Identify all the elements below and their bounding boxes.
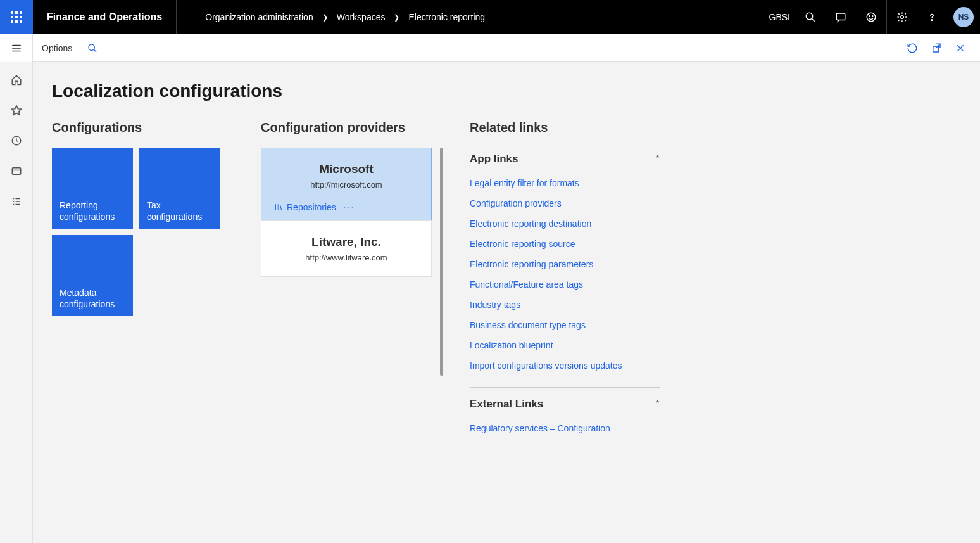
recent-icon[interactable]: [6, 131, 27, 151]
link-item[interactable]: Industry tags: [470, 295, 660, 315]
provider-title: Microsoft: [274, 162, 418, 176]
related-links-section: Related links App links ˄ Legal entity f…: [470, 120, 660, 456]
provider-card-litware[interactable]: Litware, Inc. http://www.litware.com: [261, 220, 432, 277]
chevron-up-icon: ˄: [656, 155, 660, 163]
svg-point-11: [89, 44, 94, 50]
link-item[interactable]: Legal entity filter for formats: [470, 173, 660, 193]
svg-rect-2: [836, 13, 845, 20]
link-item[interactable]: Localization blueprint: [470, 335, 660, 355]
svg-point-3: [867, 13, 876, 22]
svg-point-7: [931, 20, 933, 21]
app-launcher-button[interactable]: [0, 0, 33, 34]
svg-point-4: [869, 16, 870, 17]
chevron-right-icon: ❯: [322, 13, 328, 22]
link-item[interactable]: Functional/Feature area tags: [470, 274, 660, 295]
favorites-icon[interactable]: [6, 100, 27, 120]
breadcrumb-item[interactable]: Electronic reporting: [408, 12, 485, 22]
nav-toggle-button[interactable]: [0, 34, 33, 62]
content-area: Localization configurations Configuratio…: [33, 62, 980, 543]
provider-url: http://www.litware.com: [274, 253, 418, 262]
tile-label: Reporting configurations: [60, 200, 125, 222]
svg-line-12: [94, 49, 96, 52]
svg-marker-17: [11, 106, 21, 115]
external-links-toggle[interactable]: External Links ˄: [470, 393, 660, 416]
configurations-section: Configurations Reporting configurations …: [52, 120, 229, 316]
page-title: Localization configurations: [52, 81, 961, 101]
external-links-header: External Links: [470, 398, 543, 411]
app-links-header: App links: [470, 153, 518, 165]
tile-label: Metadata configurations: [60, 287, 125, 310]
home-icon[interactable]: [6, 70, 27, 90]
waffle-icon: [11, 11, 22, 23]
repositories-button[interactable]: Repositories: [274, 202, 336, 212]
more-icon[interactable]: ···: [344, 202, 355, 212]
svg-point-5: [872, 16, 874, 17]
help-icon[interactable]: [917, 0, 947, 34]
link-item[interactable]: Business document type tags: [470, 315, 660, 335]
tile-tax-configurations[interactable]: Tax configurations: [139, 148, 220, 229]
link-item[interactable]: Regulatory services – Configuration: [470, 418, 660, 438]
feedback-icon[interactable]: [856, 0, 886, 34]
books-icon: [274, 203, 283, 212]
provider-url: http://microsoft.com: [274, 180, 418, 189]
modules-icon[interactable]: [6, 191, 27, 212]
app-links-list: Legal entity filter for formats Configur…: [470, 170, 660, 382]
top-bar: Finance and Operations Organization admi…: [0, 0, 980, 34]
search-icon[interactable]: [795, 0, 826, 34]
action-bar: Options: [0, 34, 980, 62]
breadcrumb-item[interactable]: Organization administration: [205, 12, 313, 22]
link-item[interactable]: Configuration providers: [470, 193, 660, 214]
breadcrumb: Organization administration ❯ Workspaces…: [205, 12, 485, 22]
workspaces-icon[interactable]: [6, 161, 27, 181]
link-item[interactable]: Electronic reporting destination: [470, 214, 660, 234]
app-links-toggle[interactable]: App links ˄: [470, 148, 660, 170]
chevron-up-icon: ˄: [656, 400, 660, 409]
link-item[interactable]: Electronic reporting source: [470, 234, 660, 254]
provider-card-microsoft[interactable]: Microsoft http://microsoft.com Repositor…: [261, 148, 432, 220]
messages-icon[interactable]: [826, 0, 856, 34]
left-nav-rail: [0, 62, 33, 543]
repositories-label: Repositories: [287, 202, 336, 212]
providers-scrollbar[interactable]: [440, 148, 443, 376]
options-menu[interactable]: Options: [33, 43, 81, 53]
link-item[interactable]: Import configurations versions updates: [470, 355, 660, 376]
chevron-right-icon: ❯: [394, 13, 399, 22]
svg-rect-19: [12, 168, 21, 175]
svg-line-1: [812, 18, 815, 22]
close-icon[interactable]: [950, 37, 971, 59]
refresh-icon[interactable]: [901, 37, 923, 59]
svg-point-0: [806, 13, 813, 20]
provider-title: Litware, Inc.: [274, 235, 418, 249]
app-title[interactable]: Finance and Operations: [33, 0, 177, 34]
tile-label: Tax configurations: [147, 200, 213, 222]
related-links-header: Related links: [470, 120, 660, 135]
user-avatar[interactable]: NS: [953, 7, 974, 27]
settings-icon[interactable]: [886, 0, 917, 34]
tile-metadata-configurations[interactable]: Metadata configurations: [52, 235, 133, 316]
svg-point-6: [900, 16, 903, 19]
company-label[interactable]: GBSI: [769, 12, 790, 22]
providers-section: Configuration providers Microsoft http:/…: [261, 120, 438, 277]
svg-rect-13: [933, 46, 939, 52]
tile-reporting-configurations[interactable]: Reporting configurations: [52, 148, 133, 229]
configurations-header: Configurations: [52, 120, 229, 135]
external-links-list: Regulatory services – Configuration: [470, 416, 660, 445]
breadcrumb-item[interactable]: Workspaces: [337, 12, 386, 22]
link-item[interactable]: Electronic reporting parameters: [470, 254, 660, 274]
popout-icon[interactable]: [926, 37, 947, 59]
action-search-icon[interactable]: [81, 43, 104, 53]
providers-header: Configuration providers: [261, 120, 438, 135]
